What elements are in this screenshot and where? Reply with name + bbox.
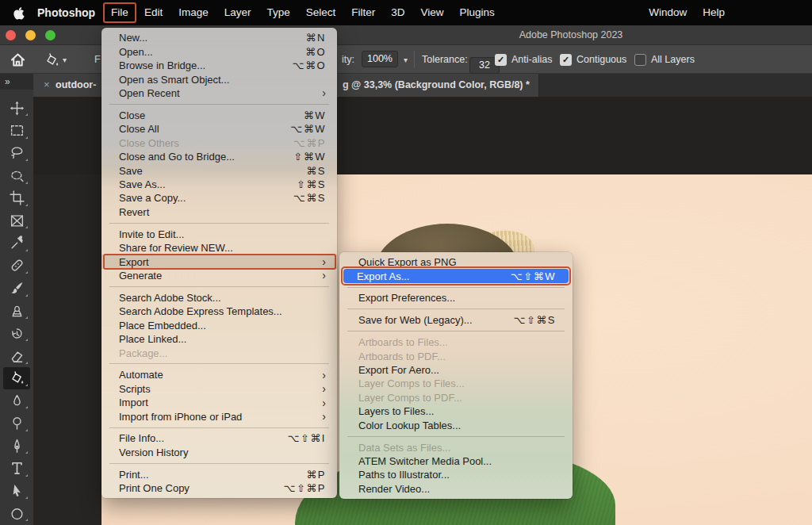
menu-item-layers-to-files[interactable]: Layers to Files...	[339, 404, 573, 418]
menubar-item-file[interactable]: File	[103, 0, 136, 25]
eraser-tool[interactable]	[3, 344, 30, 366]
opacity-input[interactable]: 100%	[362, 51, 398, 67]
menu-item-open[interactable]: Open...⌘O	[102, 44, 337, 58]
blur-tool[interactable]	[3, 389, 30, 412]
minimize-window-button[interactable]	[25, 30, 36, 40]
menubar-item-photoshop[interactable]: Photoshop	[29, 0, 103, 25]
menubar-item-3d[interactable]: 3D	[383, 0, 412, 25]
anti-alias-label: Anti-alias	[511, 45, 552, 74]
menubar-item-image[interactable]: Image	[170, 0, 216, 25]
menu-separator	[109, 427, 329, 428]
menu-item-label: Automate	[119, 369, 163, 381]
menu-item-import[interactable]: Import›	[102, 396, 337, 409]
menu-item-label: Quick Export as PNG	[358, 256, 457, 268]
menubar-item-edit[interactable]: Edit	[136, 0, 170, 25]
menu-item-print[interactable]: Print...⌘P	[102, 468, 337, 481]
menubar-item-plugins[interactable]: Plugins	[452, 0, 503, 25]
submenu-arrow-icon: ›	[322, 411, 326, 422]
menu-item-label: Invite to Edit...	[119, 228, 184, 240]
menubar-item-type[interactable]: Type	[259, 0, 297, 25]
all-layers-checkbox[interactable]	[634, 54, 646, 66]
photoshop-window: Adobe Photoshop 2023 ▾ F ity: 100% ▾ Tol…	[0, 0, 812, 525]
options-divider	[414, 51, 415, 68]
menu-item-search-adobe-stock[interactable]: Search Adobe Stock...	[102, 291, 337, 305]
type-tool[interactable]	[3, 457, 30, 479]
opacity-label: ity:	[342, 45, 354, 74]
menu-item-print-one-copy[interactable]: Print One Copy⌥⇧⌘P	[102, 481, 337, 495]
menu-item-layer-comps-to-files: Layer Comps to Files...	[339, 377, 573, 390]
menu-item-close-and-go-to-bridge[interactable]: Close and Go to Bridge...⇧⌘W	[102, 150, 337, 163]
eyedropper-tool[interactable]	[3, 232, 30, 254]
menu-item-browse-in-bridge[interactable]: Browse in Bridge...⌥⌘O	[102, 59, 337, 72]
clone-stamp-tool[interactable]	[3, 300, 30, 322]
menu-shortcut: ⌘S	[306, 165, 326, 177]
anti-alias-checkbox[interactable]: ✓	[495, 54, 507, 66]
menu-item-new[interactable]: New...⌘N	[102, 31, 337, 44]
menu-item-label: Package...	[119, 347, 167, 359]
brush-tool[interactable]	[3, 277, 30, 299]
menu-item-save-for-web-legacy[interactable]: Save for Web (Legacy)...⌥⇧⌘S	[339, 313, 573, 327]
menu-item-export-as[interactable]: Export As...⌥⇧⌘W	[343, 269, 569, 282]
opacity-dropdown-icon[interactable]: ▾	[400, 45, 408, 74]
home-icon[interactable]	[10, 45, 26, 74]
paint-bucket-tool[interactable]	[3, 367, 30, 389]
menu-item-place-linked[interactable]: Place Linked...	[102, 332, 337, 346]
menu-item-generate[interactable]: Generate›	[102, 269, 337, 282]
contiguous-checkbox[interactable]: ✓	[560, 54, 572, 66]
menu-item-atem-switcher-media-pool[interactable]: ATEM Switcher Media Pool...	[339, 454, 573, 468]
dodge-tool[interactable]	[3, 412, 30, 434]
object-selection-tool[interactable]	[3, 164, 30, 186]
menu-item-paths-to-illustrator[interactable]: Paths to Illustrator...	[339, 468, 573, 481]
menu-item-label: Share for Review NEW...	[119, 242, 233, 254]
menu-item-save-as[interactable]: Save As...⇧⌘S	[102, 178, 337, 191]
menu-item-open-as-smart-object[interactable]: Open as Smart Object...	[102, 72, 337, 86]
menu-item-open-recent[interactable]: Open Recent›	[102, 86, 337, 100]
path-selection-tool[interactable]	[3, 480, 30, 502]
close-window-button[interactable]	[6, 30, 16, 40]
menubar-item-view[interactable]: View	[413, 0, 452, 25]
menu-item-search-adobe-express-templates[interactable]: Search Adobe Express Templates...	[102, 305, 337, 318]
menubar-item-window[interactable]: Window	[641, 0, 695, 25]
menu-item-scripts[interactable]: Scripts›	[102, 382, 337, 396]
menu-item-label: Artboards to Files...	[358, 336, 448, 348]
menu-item-save-a-copy[interactable]: Save a Copy...⌥⌘S	[102, 191, 337, 205]
menu-shortcut: ⇧⌘S	[297, 178, 326, 190]
menubar-item-layer[interactable]: Layer	[216, 0, 259, 25]
pen-tool[interactable]	[3, 435, 30, 457]
menu-item-import-from-iphone-or-ipad[interactable]: Import from iPhone or iPad›	[102, 409, 337, 423]
menu-item-export-preferences[interactable]: Export Preferences...	[339, 291, 573, 305]
menu-shortcut: ⌥⌘O	[292, 59, 326, 71]
menu-item-close-all[interactable]: Close All⌥⌘W	[102, 122, 337, 136]
menubar-item-filter[interactable]: Filter	[343, 0, 383, 25]
menu-item-save[interactable]: Save⌘S	[102, 163, 337, 177]
menu-item-file-info[interactable]: File Info...⌥⇧⌘I	[102, 431, 337, 445]
menu-item-quick-export-as-png[interactable]: Quick Export as PNG	[339, 255, 573, 269]
close-tab-icon[interactable]: ×	[44, 79, 50, 90]
shape-tool[interactable]	[3, 502, 30, 524]
lasso-tool[interactable]	[3, 142, 30, 164]
toolbar-expand-button[interactable]: »	[0, 74, 33, 90]
apple-icon[interactable]	[13, 6, 25, 20]
menu-item-render-video[interactable]: Render Video...	[339, 482, 573, 496]
menu-item-version-history[interactable]: Version History	[102, 446, 337, 459]
menu-item-revert[interactable]: Revert	[102, 205, 337, 219]
menu-item-export[interactable]: Export›	[102, 255, 337, 268]
menu-item-export-for-aero[interactable]: Export For Aero...	[339, 363, 573, 377]
healing-brush-tool[interactable]	[3, 255, 30, 277]
menu-item-close[interactable]: Close⌘W	[102, 109, 337, 122]
frame-tool[interactable]	[3, 209, 30, 232]
menu-item-automate[interactable]: Automate›	[102, 368, 337, 381]
menu-item-invite-to-edit[interactable]: Invite to Edit...	[102, 227, 337, 240]
history-brush-tool[interactable]	[3, 322, 30, 344]
menu-item-label: Generate	[119, 270, 162, 282]
marquee-tool[interactable]	[3, 119, 30, 141]
menubar-item-select[interactable]: Select	[298, 0, 344, 25]
menu-item-place-embedded[interactable]: Place Embedded...	[102, 318, 337, 331]
menu-item-color-lookup-tables[interactable]: Color Lookup Tables...	[339, 419, 573, 432]
move-tool[interactable]	[3, 97, 30, 119]
menubar-item-help[interactable]: Help	[695, 0, 733, 25]
zoom-window-button[interactable]	[45, 30, 56, 40]
paint-bucket-tool-preset[interactable]: ▾	[44, 45, 67, 74]
menu-item-share-for-review-new[interactable]: Share for Review NEW...	[102, 241, 337, 255]
crop-tool[interactable]	[3, 187, 30, 209]
